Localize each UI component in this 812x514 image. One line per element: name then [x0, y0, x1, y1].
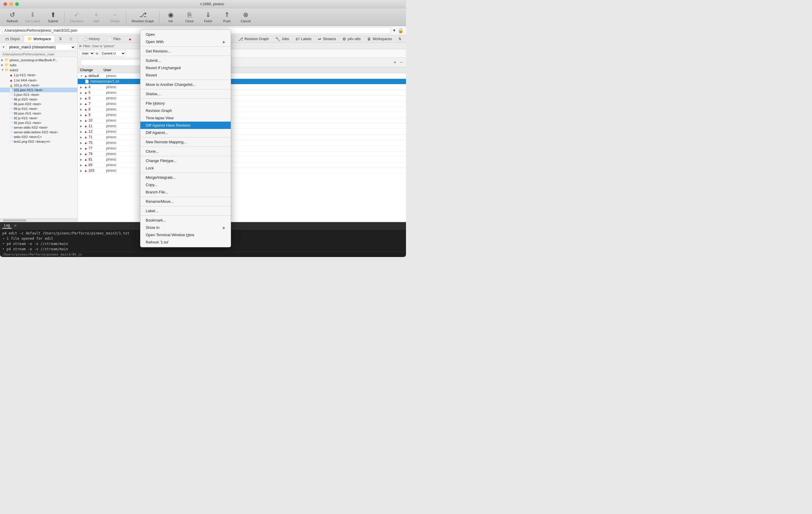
table-row[interactable]: ▶ ▲ 10 pineoc [78, 118, 406, 123]
cm-label[interactable]: Label... [140, 207, 231, 214]
tab-depot[interactable]: 🗃 Depot [2, 35, 23, 42]
tree-file-86js[interactable]: 📄 86.js #2/2 <text> [0, 97, 77, 102]
table-row[interactable]: ▶ ▲ 8 pineoc [78, 107, 406, 112]
table-row[interactable]: ▶ ▲ 79 pineoc [78, 151, 406, 157]
fetch-button[interactable]: ⇓ Fetch [199, 10, 217, 24]
cm-open-terminal[interactable]: Open Terminal Window Here [140, 231, 231, 239]
cm-diff-against[interactable]: Diff Against... [140, 129, 231, 136]
scrollbar-thumb[interactable] [3, 219, 26, 221]
cm-branch-file[interactable]: Branch File... [140, 188, 231, 196]
cm-time-lapse[interactable]: Time-lapse View [140, 114, 231, 122]
table-row[interactable]: ▶ ▲ 81 pineoc [78, 157, 406, 162]
tab-history[interactable]: 🕐 History [80, 35, 103, 42]
tree-file-test1png[interactable]: 📄 test1.png #2/2 <binary+l> [0, 139, 77, 144]
tab-files[interactable]: 📄 Files [104, 35, 124, 42]
close-button[interactable] [3, 2, 7, 6]
cm-move-to-changelist[interactable]: Move to Another Changelist... [140, 81, 231, 88]
table-row[interactable]: ▶ ▲ 77 pineoc [78, 146, 406, 151]
table-row[interactable]: ▶ ▲ 75 pineoc [78, 140, 406, 146]
nav-revision-graph[interactable]: ⎇ Revision Graph [235, 35, 272, 42]
log-tab[interactable]: Log [2, 223, 12, 229]
table-row-file[interactable]: 📄 //stream/main/1.txt [78, 79, 406, 84]
tree-file-101js[interactable]: 🔒 101.js #1/1 <text> [0, 83, 77, 88]
table-row[interactable]: ▶ ▲ 6 pineoc [78, 95, 406, 101]
clone-button[interactable]: ⎘ Clone [180, 10, 198, 24]
workspace-dropdown[interactable]: pineoc_main3 (//stream/main) [6, 44, 76, 51]
tree-file-server-stdio-before[interactable]: 📄 server-stdio-before #2/2 <text> [0, 130, 77, 134]
tree-file-89json[interactable]: 📄 89.json #1/1 <text> [0, 111, 77, 116]
table-row[interactable]: ▶ ▲ 71 pineoc [78, 134, 406, 140]
cm-show-in[interactable]: Show In ▶ [140, 224, 231, 231]
tree-file-1js[interactable]: ▲ 1.js #1/1 <text> [0, 72, 77, 78]
tab-workspace[interactable]: 📁 Workspace [24, 35, 55, 42]
cancel-button[interactable]: ⊗ Cancel [237, 10, 255, 24]
cm-rename-move[interactable]: Rename/Move... [140, 198, 231, 205]
table-row[interactable]: ▼ ▲ default pineoc [78, 73, 406, 79]
tree-file-92js[interactable]: 📄 92.js #1/1 <text> [0, 116, 77, 120]
nav-jobs[interactable]: 🔧 Jobs [272, 35, 292, 42]
add-button[interactable]: + Add [87, 10, 105, 24]
log-close-button[interactable]: ✕ [13, 223, 17, 228]
tree-file-2json[interactable]: 📄 2.json #1/1 <text> [0, 92, 77, 97]
cm-clone[interactable]: Clone... [140, 148, 231, 155]
path-dropdown[interactable]: ▼ [393, 28, 396, 33]
filter-field-select[interactable]: User [80, 51, 95, 56]
table-row[interactable]: ▶ ▲ 11 pineoc [78, 123, 406, 129]
cm-lock[interactable]: Lock [140, 164, 231, 172]
sort-button[interactable]: ⇅ [55, 36, 65, 42]
table-row[interactable]: ▶ ▲ 7 pineoc [78, 101, 406, 107]
nav-workspaces[interactable]: 🖥 Workspaces [364, 35, 395, 42]
checkout-button[interactable]: ✓ Checkout [67, 10, 86, 24]
tree-file-89js[interactable]: 📄 89.js #1/1 <text> [0, 107, 77, 111]
zoom-in-icon[interactable]: + [393, 59, 398, 65]
cm-revert[interactable]: Revert [140, 71, 231, 79]
tab-warning[interactable]: ▲ [125, 36, 136, 42]
cm-change-filetype[interactable]: Change Filetype... [140, 157, 231, 164]
cm-merge-integrate[interactable]: Merge/Integrate... [140, 174, 231, 181]
tree-file-server-stdio[interactable]: 📄 server-stdio #2/2 <text> [0, 125, 77, 130]
zoom-out-icon[interactable]: − [399, 59, 404, 65]
filter-value-select[interactable]: Current U [99, 51, 126, 56]
table-row[interactable]: ▶ ▲ 83 pineoc [78, 162, 406, 168]
table-row[interactable]: ▶ ▲ 9 pineoc [78, 112, 406, 118]
cm-shelve[interactable]: Shelve... [140, 90, 231, 98]
init-button[interactable]: ◉ Init [162, 10, 179, 24]
minimize-button[interactable] [9, 2, 13, 6]
table-row[interactable]: ▶ ▲ 5 pineoc [78, 90, 406, 95]
nav-streams[interactable]: ⇌ Streams [315, 35, 339, 42]
cm-bookmark[interactable]: Bookmark... [140, 217, 231, 224]
cm-copy[interactable]: Copy... [140, 181, 231, 188]
table-row[interactable]: ▶ ▲ 12 pineoc [78, 129, 406, 134]
revision-graph-button[interactable]: ⎇ Revision Graph [129, 10, 157, 24]
cm-file-history[interactable]: File History [140, 100, 231, 107]
lock-icon[interactable]: 🔒 [398, 28, 404, 33]
cm-open-with[interactable]: Open With ▶ [140, 38, 231, 46]
tree-file-101json[interactable]: 📄 101.json #1/1 <text> [0, 88, 77, 92]
cm-new-remote-mapping[interactable]: New Remote Mapping... [140, 138, 231, 146]
tree-file-86json[interactable]: 📄 86.json #2/2 <text> [0, 102, 77, 107]
h-scrollbar[interactable] [0, 218, 77, 222]
table-row[interactable]: ▶ ▲ 103 pineoc [78, 168, 406, 174]
cm-revert-if-unchanged[interactable]: Revert If Unchanged [140, 64, 231, 71]
submit-button[interactable]: ⬆ Submit [44, 10, 62, 24]
delete-button[interactable]: − Delete [106, 10, 124, 24]
cm-diff-against-have[interactable]: Diff Against Have Revision [140, 122, 231, 129]
get-latest-button[interactable]: ⬇ Get Latest [22, 10, 43, 24]
maximize-button[interactable] [15, 2, 19, 6]
tree-item-subs2[interactable]: ▼ 📁 subs2 [0, 67, 77, 72]
nav-sort[interactable]: ⇅ [396, 36, 404, 42]
cm-submit[interactable]: Submit... [140, 57, 231, 64]
filter-button[interactable]: ▽ [66, 36, 76, 42]
tree-file-92json[interactable]: 📄 92.json #1/1 <text> [0, 120, 77, 125]
refresh-button[interactable]: ↺ Refresh [3, 10, 21, 24]
nav-labels[interactable]: 🏷 Labels [293, 35, 314, 42]
cm-revision-graph[interactable]: Revision Graph [140, 107, 231, 114]
tree-file-stdio[interactable]: 📄 stdio #2/2 <text+C> [0, 134, 77, 139]
cm-open[interactable]: Open [140, 31, 231, 38]
push-button[interactable]: ⇑ Push [218, 10, 236, 24]
table-row[interactable]: ▶ ▲ 4 pineoc [78, 84, 406, 90]
cm-get-revision[interactable]: Get Revision... [140, 48, 231, 55]
cm-refresh-1txt[interactable]: Refresh '1.txt' [140, 239, 231, 246]
nav-p4v-utils[interactable]: ⚙ p4v utils [340, 35, 364, 42]
tree-item-subs[interactable]: ▶ 📁 subs [0, 62, 77, 67]
